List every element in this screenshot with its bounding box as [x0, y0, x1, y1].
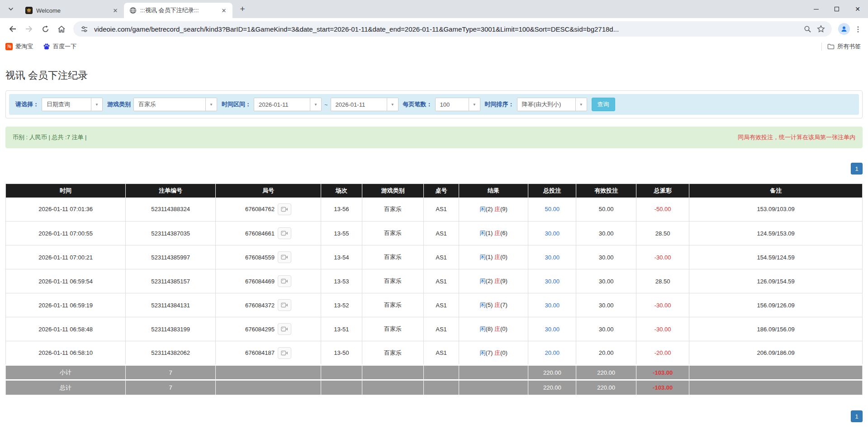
tab-close-icon[interactable]: ✕	[220, 6, 228, 14]
page-title: 视讯 会员下注纪录	[5, 69, 863, 82]
video-replay-button[interactable]	[278, 275, 291, 287]
video-replay-button[interactable]	[278, 203, 291, 215]
video-replay-button[interactable]	[278, 251, 291, 263]
cell-total-bet[interactable]: 30.00	[528, 293, 576, 317]
cell-total-bet[interactable]: 20.00	[528, 341, 576, 365]
cell-session: 13-53	[321, 269, 362, 293]
result-banker-score: (0)	[500, 349, 508, 356]
cell-bet-number: 523114383199	[126, 317, 216, 341]
minimize-button[interactable]	[806, 0, 826, 18]
per-page-select[interactable]: 100 ▼	[435, 98, 480, 111]
cell-total-bet[interactable]: 30.00	[528, 317, 576, 341]
footer-label: 总计	[6, 380, 126, 395]
tab-welcome[interactable]: Welcome ✕	[20, 3, 124, 18]
table-footer: 小计7220.00220.00-103.00总计7220.00220.00-10…	[6, 365, 863, 395]
cell-bet-number: 523114382062	[126, 341, 216, 365]
cell-total-bet[interactable]: 30.00	[528, 245, 576, 269]
back-button[interactable]	[6, 22, 19, 36]
notice-text: 同局有效投注，统一计算在该局第一张注单内	[738, 133, 855, 141]
cell-game-kind: 百家乐	[362, 317, 423, 341]
search-button[interactable]: 查询	[592, 98, 615, 111]
cell-total-bet[interactable]: 50.00	[528, 198, 576, 221]
cell-result: 闲(2) 庄(9)	[459, 269, 528, 293]
footer-empty-cell	[689, 365, 863, 380]
table-row: 2026-01-11 06:58:10523114382062676084187…	[6, 341, 863, 365]
round-number-group: 676084187	[245, 347, 291, 359]
tab-title: Welcome	[36, 7, 111, 14]
cell-time: 2026-01-11 07:00:21	[6, 245, 126, 269]
video-replay-button[interactable]	[278, 227, 291, 239]
forward-button[interactable]	[22, 22, 36, 36]
bookmark-star-icon[interactable]	[816, 24, 826, 34]
menu-kebab-icon[interactable]: ⋮	[853, 24, 863, 34]
dropdown-arrow-icon: ▼	[205, 98, 217, 111]
tab-strip: Welcome ✕ :::视讯 会员下注纪录::: ✕ + ✕	[0, 0, 868, 18]
column-header: 总派彩	[636, 184, 689, 198]
round-number: 676084295	[245, 326, 275, 333]
cell-round-number: 676084187	[216, 341, 321, 365]
close-button[interactable]: ✕	[847, 0, 868, 18]
cell-round-number: 676084661	[216, 221, 321, 245]
table-row: 2026-01-11 06:58:48523114383199676084295…	[6, 317, 863, 341]
column-header: 总投注	[528, 184, 576, 198]
total-row: 总计7220.00220.00-103.00	[6, 380, 863, 395]
dropdown-arrow-icon: ▼	[387, 98, 398, 111]
result-player: 闲	[479, 278, 485, 284]
video-replay-button[interactable]	[278, 323, 291, 335]
game-kind-select[interactable]: 百家乐 ▼	[133, 98, 217, 111]
cell-result: 闲(5) 庄(7)	[459, 293, 528, 317]
video-icon	[281, 254, 288, 260]
sort-select[interactable]: 降幂(由大到小) ▼	[517, 98, 587, 111]
cell-total-bet[interactable]: 30.00	[528, 221, 576, 245]
pagination-bottom: 1	[5, 410, 863, 422]
date-separator: ~	[324, 101, 328, 108]
bookmark-aitaobao[interactable]: 淘 爱淘宝	[5, 42, 33, 51]
per-page-value: 100	[436, 101, 469, 108]
zoom-icon[interactable]	[802, 24, 813, 34]
query-type-select[interactable]: 日期查询 ▼	[42, 98, 103, 111]
tab-betrecord[interactable]: :::视讯 会员下注纪录::: ✕	[124, 3, 232, 18]
site-settings-icon[interactable]	[79, 24, 90, 34]
result-player-score: (1)	[485, 254, 493, 260]
cell-total-bet[interactable]: 30.00	[528, 269, 576, 293]
page-1-button[interactable]: 1	[851, 163, 863, 174]
tab-search-button[interactable]	[5, 3, 17, 15]
cell-session: 13-52	[321, 293, 362, 317]
table-row: 2026-01-11 06:59:54523114385157676084469…	[6, 269, 863, 293]
url-text[interactable]: videoie.com/game/betrecord_search/kind3?…	[94, 25, 799, 33]
video-replay-button[interactable]	[278, 299, 291, 311]
cell-payout: -50.00	[636, 198, 689, 221]
round-number-group: 676084762	[245, 203, 291, 215]
footer-empty-cell	[689, 380, 863, 395]
cell-bet-number: 523114384131	[126, 293, 216, 317]
cell-time: 2026-01-11 07:01:36	[6, 198, 126, 221]
reload-button[interactable]	[38, 22, 52, 36]
page-content: 视讯 会员下注纪录 请选择： 日期查询 ▼ 游戏类别 百家乐 ▼ 时间区间： 2…	[0, 69, 868, 422]
user-icon	[840, 25, 848, 33]
profile-avatar[interactable]	[838, 23, 850, 35]
page-1-button[interactable]: 1	[851, 410, 863, 422]
table-body: 2026-01-11 07:01:36523114388324676084762…	[6, 198, 863, 365]
dropdown-arrow-icon: ▼	[310, 98, 321, 111]
date-start-select[interactable]: 2026-01-11 ▼	[254, 98, 322, 111]
address-bar[interactable]: videoie.com/game/betrecord_search/kind3?…	[73, 21, 832, 37]
bookmark-baidu[interactable]: 百度一下	[43, 42, 76, 51]
all-bookmarks-button[interactable]: 所有书签	[827, 42, 861, 51]
result-banker: 庄	[494, 349, 500, 356]
new-tab-button[interactable]: +	[236, 3, 249, 15]
tab-close-icon[interactable]: ✕	[111, 6, 119, 14]
home-button[interactable]	[55, 22, 68, 36]
cell-note: 154.59/124.59	[689, 245, 863, 269]
column-header: 局号	[216, 184, 321, 198]
cell-session: 13-56	[321, 198, 362, 221]
video-replay-button[interactable]	[278, 347, 291, 359]
round-number: 676084559	[245, 254, 275, 261]
date-end-select[interactable]: 2026-01-11 ▼	[331, 98, 398, 111]
maximize-button[interactable]	[826, 0, 847, 18]
footer-total-bet: 220.00	[528, 365, 576, 380]
cell-game-kind: 百家乐	[362, 245, 423, 269]
cell-result: 闲(7) 庄(0)	[459, 341, 528, 365]
reload-icon	[42, 25, 49, 33]
footer-empty-cell	[459, 380, 528, 395]
footer-valid-bet: 220.00	[576, 365, 636, 380]
